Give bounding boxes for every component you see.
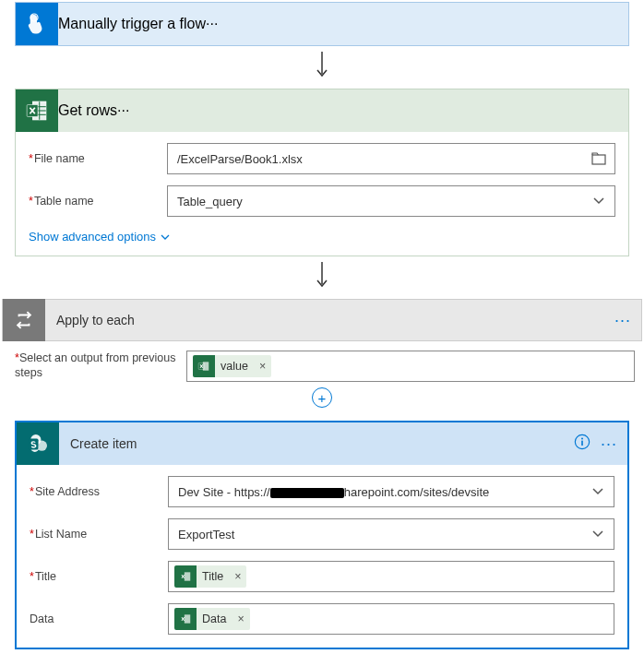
get-rows-title: Get rows (58, 102, 117, 119)
svg-rect-12 (203, 362, 209, 370)
trigger-header[interactable]: Manually trigger a flow ··· (16, 3, 628, 45)
svg-rect-19 (581, 441, 583, 446)
value-token[interactable]: value × (193, 355, 271, 377)
excel-token-icon (174, 565, 197, 588)
site-address-select[interactable]: Dev Site - https://harepoint.com/sites/d… (168, 476, 614, 507)
excel-token-icon (193, 355, 215, 377)
get-rows-more-button[interactable]: ··· (117, 102, 129, 119)
create-item-title: Create item (59, 436, 574, 451)
table-name-label: *Table name (29, 195, 167, 208)
svg-rect-9 (592, 155, 605, 164)
connector-arrow (2, 256, 642, 299)
file-name-input[interactable] (167, 143, 615, 174)
get-rows-header[interactable]: Get rows ··· (16, 89, 628, 132)
create-item-header[interactable]: Create item ··· (17, 422, 627, 465)
trigger-card: Manually trigger a flow ··· (15, 2, 629, 46)
add-action-button[interactable]: + (312, 387, 332, 408)
title-label: *Title (30, 570, 168, 583)
redacted-segment (270, 488, 344, 498)
site-address-value: Dev Site - https://harepoint.com/sites/d… (169, 485, 582, 499)
add-action-row: + (2, 382, 642, 421)
data-token[interactable]: Data × (174, 608, 250, 630)
select-output-label: *Select an output from previous steps (15, 351, 186, 381)
folder-picker-button[interactable] (583, 152, 614, 165)
loop-icon (3, 299, 45, 341)
title-field[interactable]: Title × (168, 561, 614, 592)
value-token-remove[interactable]: × (254, 355, 271, 377)
site-address-label: *Site Address (30, 485, 168, 498)
data-label: Data (30, 612, 168, 625)
list-name-label: *List Name (30, 528, 168, 541)
chevron-down-icon[interactable] (583, 196, 614, 206)
table-name-value: Table_query (168, 195, 583, 208)
touch-icon (16, 3, 58, 45)
apply-to-each-header[interactable]: Apply to each ··· (2, 299, 642, 341)
select-output-field[interactable]: value × (186, 351, 635, 382)
data-token-remove[interactable]: × (232, 608, 249, 630)
trigger-more-button[interactable]: ··· (206, 16, 218, 32)
svg-rect-21 (185, 572, 190, 580)
file-name-field[interactable] (168, 152, 583, 166)
list-name-value: ExportTest (169, 528, 582, 541)
svg-point-18 (581, 437, 583, 439)
data-field[interactable]: Data × (168, 603, 614, 635)
value-token-label: value (215, 355, 254, 377)
create-item-body: *Site Address Dev Site - https://harepoi… (17, 465, 627, 648)
create-item-card: Create item ··· *Site Address Dev Site -… (15, 421, 629, 649)
file-name-label: *File name (29, 152, 167, 165)
chevron-down-icon[interactable] (582, 487, 614, 496)
create-item-more-button[interactable]: ··· (590, 434, 627, 454)
apply-to-each-title: Apply to each (45, 313, 604, 327)
trigger-title: Manually trigger a flow (58, 16, 206, 32)
apply-to-each-body: *Select an output from previous steps va… (2, 341, 642, 382)
table-name-select[interactable]: Table_query (167, 185, 615, 217)
get-rows-card: Get rows ··· *File name *Table name Tabl… (15, 89, 629, 256)
chevron-down-icon[interactable] (582, 529, 614, 539)
excel-token-icon (174, 608, 197, 630)
sharepoint-icon (17, 422, 59, 465)
title-token[interactable]: Title × (174, 565, 246, 588)
title-token-label: Title (197, 565, 229, 588)
show-advanced-options[interactable]: Show advanced options (29, 230, 171, 244)
svg-rect-23 (185, 614, 190, 623)
get-rows-body: *File name *Table name Table_query Sh (16, 132, 628, 256)
info-button[interactable] (574, 434, 590, 454)
apply-more-button[interactable]: ··· (604, 311, 641, 330)
data-token-label: Data (197, 608, 232, 630)
title-token-remove[interactable]: × (229, 565, 246, 588)
list-name-select[interactable]: ExportTest (168, 518, 614, 550)
excel-icon (16, 89, 58, 132)
connector-arrow (2, 46, 642, 89)
